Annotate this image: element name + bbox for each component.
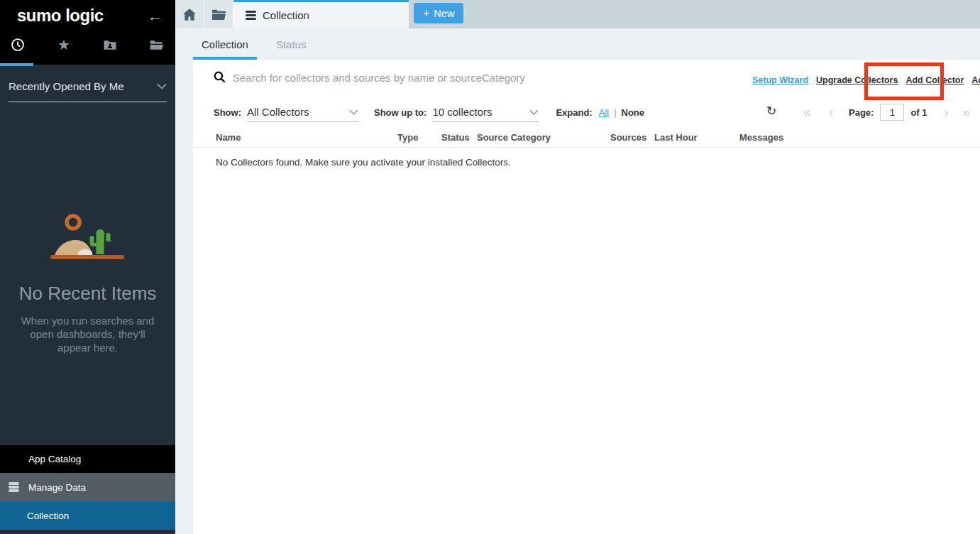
search-input[interactable]: [233, 68, 687, 87]
page-size-dropdown[interactable]: 10 collectors: [432, 102, 539, 122]
column-header-last-hour[interactable]: Last Hour: [654, 128, 698, 148]
database-icon: [7, 481, 20, 494]
chevron-down-icon: [349, 109, 358, 115]
expand-divider: |: [614, 107, 616, 118]
toolbar-links: Setup Wizard Upgrade Collectors Add Coll…: [752, 75, 980, 85]
page-tabs: Collection Status: [175, 28, 980, 60]
column-header-source-category[interactable]: Source Category: [477, 128, 551, 148]
show-up-to-label: Show up to:: [374, 107, 426, 118]
no-recent-items-title: No Recent Items: [0, 283, 175, 305]
app-window: sumo logic ← ★: [0, 0, 980, 534]
setup-wizard-link[interactable]: Setup Wizard: [752, 75, 808, 85]
tab-status[interactable]: Status: [268, 28, 315, 60]
no-collectors-message: No Collectors found. Make sure you activ…: [216, 157, 511, 168]
upgrade-collectors-link[interactable]: Upgrade Collectors: [816, 75, 898, 85]
list-controls: Show: All Collectors Show up to: 10 coll…: [214, 102, 644, 123]
prev-page-icon[interactable]: ‹: [829, 105, 833, 120]
collection-panel: Setup Wizard Upgrade Collectors Add Coll…: [193, 60, 980, 534]
last-page-icon[interactable]: »: [963, 105, 970, 120]
home-icon: [183, 9, 196, 21]
folder-icon: [212, 9, 226, 20]
manage-data-label: Manage Data: [28, 482, 86, 493]
show-filter-dropdown[interactable]: All Collectors: [247, 102, 358, 122]
active-nav-indicator: [0, 63, 33, 66]
recent-clock-icon[interactable]: [10, 37, 26, 53]
column-header-type[interactable]: Type: [397, 128, 418, 148]
recently-opened-selector[interactable]: Recently Opened By Me: [9, 80, 167, 102]
refresh-icon[interactable]: ↻: [766, 104, 776, 119]
pagination: « ‹ Page: of 1 › »: [803, 102, 970, 123]
chevron-down-icon: [529, 109, 539, 115]
sumo-logic-logo: sumo logic: [17, 6, 104, 26]
column-header-messages[interactable]: Messages: [739, 128, 783, 148]
page-number-input[interactable]: [880, 104, 904, 121]
home-tab-button[interactable]: [175, 0, 204, 28]
expand-none-link[interactable]: None: [622, 107, 645, 118]
expand-all-link[interactable]: All: [599, 107, 609, 118]
add-collector-link[interactable]: Add Collector: [905, 75, 964, 85]
database-icon: [246, 11, 256, 21]
page-label: Page:: [849, 107, 874, 118]
access-keys-link[interactable]: Access Keys: [971, 75, 980, 85]
next-page-icon[interactable]: ›: [945, 105, 949, 120]
tab-collection[interactable]: Collection: [193, 28, 257, 60]
sidebar-bottom-menu: App Catalog Manage Data Collection: [0, 445, 175, 530]
sidebar-header: sumo logic ← ★: [0, 0, 175, 65]
no-recent-items-description: When you run searches and open dashboard…: [13, 314, 163, 354]
app-catalog-label: App Catalog: [28, 454, 81, 464]
library-tab-button[interactable]: [204, 0, 233, 28]
collectors-table-header: Name Type Status Source Category Sources…: [193, 128, 980, 148]
new-button[interactable]: + New: [414, 3, 463, 23]
sidebar: sumo logic ← ★: [0, 0, 175, 534]
column-header-name[interactable]: Name: [216, 128, 241, 148]
plus-icon: +: [423, 7, 429, 20]
expand-label: Expand:: [556, 107, 592, 118]
tab-title: Collection: [263, 9, 309, 21]
desert-cactus-illustration: [0, 210, 175, 264]
recently-opened-label: Recently Opened By Me: [9, 80, 124, 92]
collection-label: Collection: [27, 511, 69, 521]
favorites-star-icon[interactable]: ★: [56, 37, 72, 53]
column-header-status[interactable]: Status: [441, 128, 470, 148]
column-header-sources[interactable]: Sources: [610, 128, 646, 148]
sidebar-item-app-catalog[interactable]: App Catalog: [0, 445, 175, 473]
library-folder-icon[interactable]: [148, 37, 164, 53]
top-tab-bar: Collection + New: [175, 0, 980, 28]
app-grid-icon: [7, 453, 20, 466]
main-area: Collection + New Collection Status Setup…: [175, 0, 980, 534]
sidebar-item-collection[interactable]: Collection: [0, 501, 175, 530]
shared-folder-icon[interactable]: [102, 37, 118, 53]
search-icon: [213, 70, 226, 84]
collection-tab[interactable]: Collection: [233, 0, 409, 28]
collapse-sidebar-icon[interactable]: ←: [148, 9, 163, 23]
page-count-label: of 1: [910, 107, 927, 118]
new-button-label: New: [434, 8, 454, 19]
first-page-icon[interactable]: «: [803, 105, 810, 120]
show-label: Show:: [214, 107, 241, 118]
chevron-down-icon: [157, 83, 167, 89]
sidebar-empty-state: No Recent Items When you run searches an…: [0, 210, 175, 354]
sidebar-item-manage-data[interactable]: Manage Data: [0, 473, 175, 501]
